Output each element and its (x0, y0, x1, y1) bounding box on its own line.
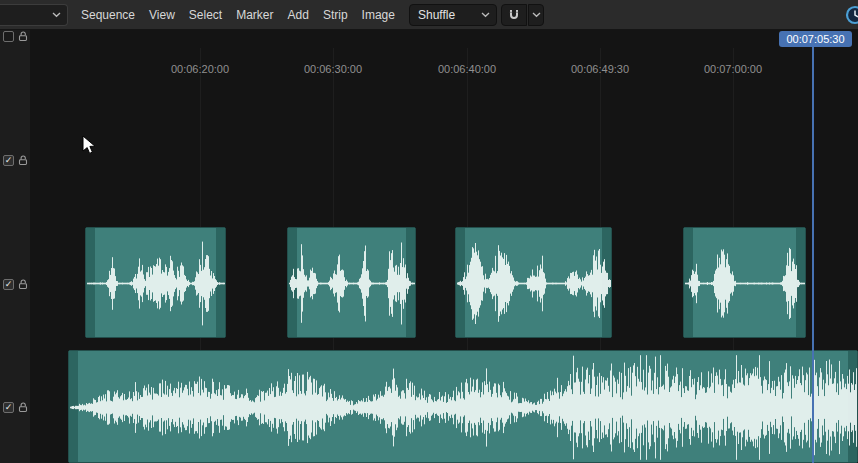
current-frame-badge[interactable]: 00:07:05:30 (779, 31, 852, 47)
blend-mode-value: Shuffle (418, 8, 455, 22)
timecode-label: 00:06:20:00 (171, 63, 229, 75)
menu-add[interactable]: Add (281, 0, 316, 30)
menu-sequence[interactable]: Sequence (74, 0, 142, 30)
menu-select[interactable]: Select (182, 0, 229, 30)
audio-strip-3[interactable] (455, 227, 612, 338)
channel-lock-toggle[interactable] (17, 399, 29, 417)
audio-waveform (86, 228, 226, 338)
snapping-controls (501, 4, 544, 26)
audio-waveform (69, 351, 858, 463)
audio-strip-long[interactable] (68, 350, 858, 463)
channel-mute-checkbox[interactable]: ✓ (3, 155, 14, 166)
menu-view[interactable]: View (142, 0, 182, 30)
channel-mute-checkbox[interactable]: ✓ (3, 279, 14, 290)
clock-button[interactable] (844, 4, 858, 26)
channel-lock-toggle[interactable] (17, 28, 29, 46)
menu-strip[interactable]: Strip (316, 0, 355, 30)
menu-marker[interactable]: Marker (229, 0, 280, 30)
channel-header (0, 30, 30, 43)
audio-strip-2[interactable] (287, 227, 416, 338)
chevron-down-icon (532, 12, 541, 18)
chevron-down-icon (52, 12, 61, 18)
video-sequencer: Sequence View Select Marker Add Strip Im… (0, 0, 858, 463)
menubar: Sequence View Select Marker Add Strip Im… (0, 0, 858, 30)
editor-type-dropdown[interactable] (0, 4, 68, 26)
timecode-label: 00:06:30:00 (304, 63, 362, 75)
snap-options-button[interactable] (528, 4, 544, 26)
unlock-icon (17, 30, 29, 42)
channel-header: ✓ (0, 401, 30, 414)
audio-strip-4[interactable] (683, 227, 806, 338)
sequencer-viewport[interactable]: 00:06:20:0000:06:30:0000:06:40:0000:06:4… (0, 30, 858, 463)
unlock-icon (17, 401, 29, 413)
menu-image[interactable]: Image (355, 0, 402, 30)
blend-mode-dropdown[interactable]: Shuffle (409, 4, 497, 26)
channel-lock-toggle[interactable] (17, 276, 29, 294)
unlock-icon (17, 154, 29, 166)
playhead[interactable] (812, 47, 814, 463)
audio-waveform (684, 228, 806, 338)
unlock-icon (17, 278, 29, 290)
menu-items: Sequence View Select Marker Add Strip Im… (74, 0, 402, 30)
snap-magnet-icon (507, 8, 521, 22)
timecode-label: 00:07:00:00 (704, 63, 762, 75)
timecode-label: 00:06:40:00 (438, 63, 496, 75)
channel-mute-checkbox[interactable]: ✓ (3, 402, 14, 413)
channel-mute-checkbox[interactable] (3, 31, 14, 42)
audio-strip-1[interactable] (85, 227, 226, 338)
timecode-label: 00:06:49:30 (571, 63, 629, 75)
channel-header: ✓ (0, 278, 30, 291)
chevron-down-icon (481, 12, 490, 18)
channel-lock-toggle[interactable] (17, 152, 29, 170)
clock-icon (844, 4, 858, 26)
audio-waveform (456, 228, 612, 338)
audio-waveform (288, 228, 416, 338)
channel-sidebar: ✓✓✓ (0, 30, 30, 463)
snap-toggle-button[interactable] (501, 4, 527, 26)
channel-header: ✓ (0, 154, 30, 167)
timeline-ruler[interactable]: 00:06:20:0000:06:30:0000:06:40:0000:06:4… (30, 60, 858, 78)
